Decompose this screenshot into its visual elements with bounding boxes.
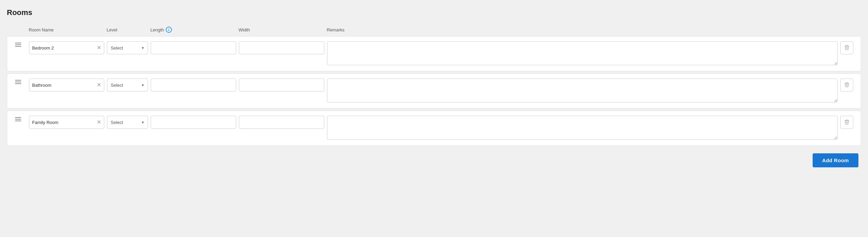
header-width: Width <box>239 27 324 32</box>
level-cell-1: SelectLevel 1Level 2Level 3Basement ▼ <box>107 79 148 92</box>
header-level: Level <box>107 27 148 32</box>
delete-cell-2 <box>840 116 858 129</box>
delete-cell-1 <box>840 79 858 92</box>
delete-row-button-2[interactable] <box>840 116 853 129</box>
level-select-0[interactable]: SelectLevel 1Level 2Level 3Basement <box>107 41 148 54</box>
level-select-1[interactable]: SelectLevel 1Level 2Level 3Basement <box>107 79 148 92</box>
length-cell-1 <box>151 79 236 92</box>
drag-handle-1[interactable] <box>10 79 26 85</box>
length-cell-0 <box>151 41 236 54</box>
width-cell-1 <box>239 79 324 92</box>
width-input-1[interactable] <box>239 79 324 92</box>
remarks-cell-2 <box>327 116 838 141</box>
trash-icon-2 <box>844 119 850 126</box>
room-name-cell-1: ✕ <box>29 79 104 92</box>
header-room-name: Room Name <box>29 27 104 32</box>
remarks-cell-0 <box>327 41 838 66</box>
length-info-icon[interactable]: i <box>166 27 172 33</box>
room-name-cell-2: ✕ <box>29 116 104 129</box>
room-name-cell-0: ✕ <box>29 41 104 54</box>
length-input-1[interactable] <box>151 79 236 92</box>
width-input-0[interactable] <box>239 41 324 54</box>
table-row: ✕ SelectLevel 1Level 2Level 3Basement ▼ <box>7 111 861 146</box>
clear-room-name-button-1[interactable]: ✕ <box>95 82 101 88</box>
table-row: ✕ SelectLevel 1Level 2Level 3Basement ▼ <box>7 73 861 109</box>
trash-icon-0 <box>844 45 850 51</box>
bottom-bar: Add Room <box>7 148 861 167</box>
length-input-0[interactable] <box>151 41 236 54</box>
length-cell-2 <box>151 116 236 129</box>
remarks-textarea-0[interactable] <box>327 41 838 65</box>
trash-icon-1 <box>844 82 850 88</box>
width-input-2[interactable] <box>239 116 324 129</box>
room-name-input-1[interactable] <box>32 83 95 88</box>
width-cell-0 <box>239 41 324 54</box>
header-length: Length i <box>150 27 236 33</box>
table-header: Room Name Level Length i Width Remarks <box>7 27 861 36</box>
level-select-2[interactable]: SelectLevel 1Level 2Level 3Basement <box>107 116 148 129</box>
room-name-input-0[interactable] <box>32 45 95 51</box>
delete-row-button-0[interactable] <box>840 41 853 54</box>
level-cell-0: SelectLevel 1Level 2Level 3Basement ▼ <box>107 41 148 54</box>
remarks-textarea-1[interactable] <box>327 79 838 102</box>
width-cell-2 <box>239 116 324 129</box>
delete-row-button-1[interactable] <box>840 79 853 92</box>
delete-cell-0 <box>840 41 858 54</box>
clear-room-name-button-2[interactable]: ✕ <box>95 120 101 125</box>
add-room-button[interactable]: Add Room <box>813 153 858 167</box>
room-name-input-2[interactable] <box>32 120 95 125</box>
remarks-cell-1 <box>327 79 838 103</box>
page-title: Rooms <box>7 8 861 17</box>
level-cell-2: SelectLevel 1Level 2Level 3Basement ▼ <box>107 116 148 129</box>
clear-room-name-button-0[interactable]: ✕ <box>95 45 101 51</box>
header-remarks: Remarks <box>327 27 838 32</box>
drag-handle-2[interactable] <box>10 116 26 123</box>
drag-handle-0[interactable] <box>10 41 26 48</box>
remarks-textarea-2[interactable] <box>327 116 838 140</box>
table-body: ✕ SelectLevel 1Level 2Level 3Basement ▼ <box>7 36 861 148</box>
header-length-label: Length <box>150 27 164 32</box>
rooms-table: Room Name Level Length i Width Remarks ✕… <box>7 27 861 148</box>
table-row: ✕ SelectLevel 1Level 2Level 3Basement ▼ <box>7 36 861 71</box>
length-input-2[interactable] <box>151 116 236 129</box>
